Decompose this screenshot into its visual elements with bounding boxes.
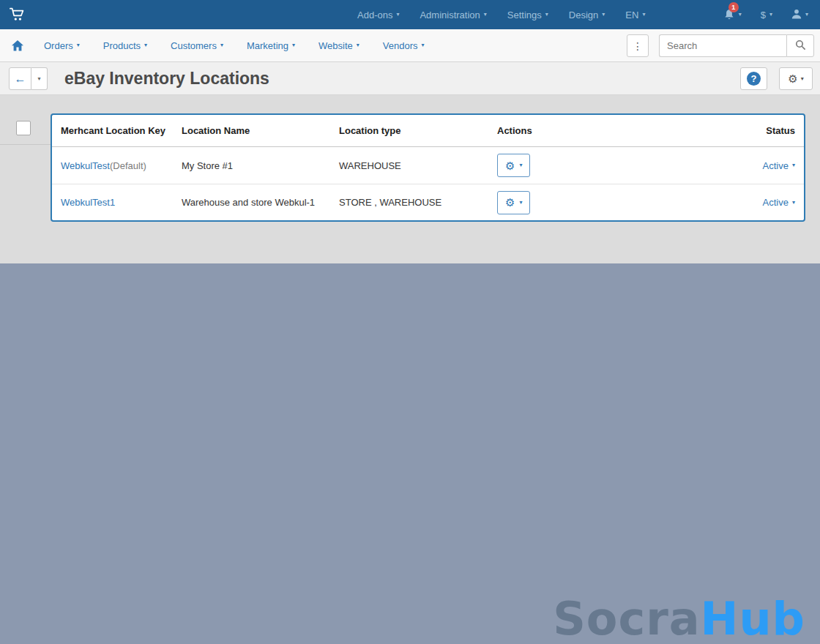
back-button-group: ← ▾ [9,67,48,90]
status-dropdown[interactable]: Active ▾ [763,160,795,171]
chevron-down-icon: ▾ [220,42,223,48]
cart-logo-button[interactable] [10,7,25,25]
chevron-down-icon: ▾ [292,42,295,48]
back-button[interactable]: ← [9,67,31,90]
arrow-left-icon: ← [15,72,26,86]
menu-orders[interactable]: Orders▾ [44,40,80,51]
page-header-actions: ? ⚙ ▾ [740,67,813,90]
location-key-link[interactable]: WebkulTest [61,160,110,171]
currency-label: $ [761,10,766,20]
table-row: WebkulTest1 Warehouse and store Webkul-1… [52,184,804,220]
menu-settings-label: Settings [507,10,542,20]
chevron-down-icon: ▾ [519,200,522,206]
back-dropdown-button[interactable]: ▾ [31,67,48,90]
menu-website-label: Website [318,40,353,51]
column-header-merchant-location-key: Merhcant Location Key [61,125,182,136]
column-header-location-type: Location type [339,125,497,136]
watermark-part-1: Socra [553,592,700,644]
menu-design-label: Design [569,10,598,20]
menu-marketing[interactable]: Marketing▾ [247,40,295,51]
chevron-down-icon: ▾ [396,12,399,18]
chevron-down-icon: ▾ [37,76,40,82]
gear-icon: ⚙ [505,197,515,208]
table-row: WebkulTest(Default) My Store #1 WAREHOUS… [52,147,804,184]
status-cell: Active ▾ [700,197,795,208]
chevron-down-icon: ▾ [739,12,742,18]
top-navbar: Add-ons▾ Administration▾ Settings▾ Desig… [0,0,820,29]
chevron-down-icon: ▾ [144,42,147,48]
menu-addons[interactable]: Add-ons▾ [357,10,399,20]
menu-customers[interactable]: Customers▾ [171,40,223,51]
page-title: eBay Inventory Locations [64,62,269,94]
location-type-cell: STORE , WAREHOUSE [339,197,497,208]
menu-marketing-label: Marketing [247,40,288,51]
chevron-down-icon: ▾ [484,12,487,18]
menu-settings[interactable]: Settings▾ [507,10,548,20]
chevron-down-icon: ▾ [422,42,425,48]
user-icon [791,9,802,21]
search-group [659,34,814,57]
search-icon [795,40,806,53]
top-menu: Add-ons▾ Administration▾ Settings▾ Desig… [357,0,645,29]
navbar-right-group: ⋮ [627,34,814,57]
merchant-location-key-cell: WebkulTest(Default) [61,160,182,171]
main-navbar: Orders▾ Products▾ Customers▾ Marketing▾ … [0,29,820,62]
table-header-row: Merhcant Location Key Location Name Loca… [52,115,804,147]
location-type-cell: WAREHOUSE [339,160,497,171]
currency-menu[interactable]: $▾ [761,10,772,20]
content-area: Merhcant Location Key Location Name Loca… [0,95,820,263]
location-key-link[interactable]: WebkulTest1 [61,197,115,208]
menu-vendors[interactable]: Vendors▾ [383,40,425,51]
help-button[interactable]: ? [740,67,767,90]
menu-products-label: Products [103,40,141,51]
menu-administration[interactable]: Administration▾ [420,10,486,20]
home-button[interactable] [12,40,23,54]
status-dropdown[interactable]: Active ▾ [763,197,795,208]
location-name-cell: Warehouse and store Webkul-1 [182,197,339,208]
menu-language-label: EN [625,10,638,20]
gear-icon: ⚙ [505,160,515,171]
menu-design[interactable]: Design▾ [569,10,605,20]
status-label: Active [763,197,789,208]
column-header-status: Status [700,125,795,136]
column-header-actions: Actions [497,125,700,136]
bell-icon: 1 [723,9,735,21]
chevron-down-icon: ▾ [77,42,80,48]
question-mark-icon: ? [747,72,761,86]
notifications-button[interactable]: 1 ▾ [723,9,742,21]
row-actions-button[interactable]: ⚙ ▾ [497,154,530,177]
menu-language[interactable]: EN▾ [625,10,645,20]
cart-icon [10,12,25,24]
notification-badge: 1 [728,2,739,12]
home-icon [12,41,23,53]
row-actions-button[interactable]: ⚙ ▾ [497,191,530,214]
menu-addons-label: Add-ons [357,10,392,20]
chevron-down-icon: ▾ [801,76,804,82]
column-header-location-name: Location Name [182,125,339,136]
default-label: (Default) [110,160,146,171]
page-header-bar: ← ▾ eBay Inventory Locations ? ⚙ ▾ [0,62,820,95]
menu-administration-label: Administration [420,10,480,20]
search-button[interactable] [786,34,814,57]
chevron-down-icon: ▾ [805,12,808,18]
topbar-right-group: 1 ▾ $▾ ▾ [723,0,808,29]
select-row-checkbox[interactable] [16,121,31,135]
menu-products[interactable]: Products▾ [103,40,147,51]
row-divider [0,144,51,145]
account-menu[interactable]: ▾ [791,9,808,21]
chevron-down-icon: ▾ [602,12,605,18]
vertical-dots-icon: ⋮ [633,40,643,52]
search-input[interactable] [659,34,786,57]
location-name-cell: My Store #1 [182,160,339,171]
chevron-down-icon: ▾ [642,12,645,18]
main-menu: Orders▾ Products▾ Customers▾ Marketing▾ … [44,29,425,61]
chevron-down-icon: ▾ [792,200,795,206]
chevron-down-icon: ▾ [769,12,772,18]
actions-cell: ⚙ ▾ [497,154,700,177]
chevron-down-icon: ▾ [357,42,359,48]
menu-website[interactable]: Website▾ [318,40,359,51]
page-settings-button[interactable]: ⚙ ▾ [779,67,813,90]
chevron-down-icon: ▾ [792,162,795,168]
more-options-button[interactable]: ⋮ [627,34,649,57]
merchant-location-key-cell: WebkulTest1 [61,197,182,208]
